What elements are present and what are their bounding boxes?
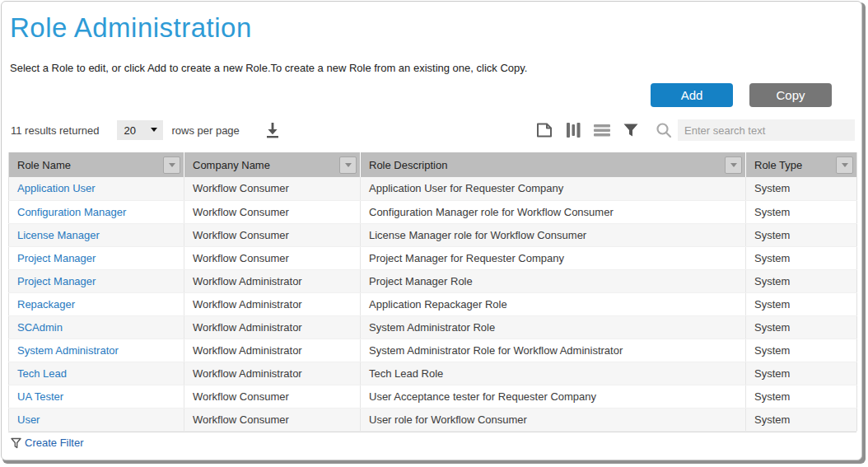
grid-toolbar: 11 results returned 20 rows per page <box>8 119 855 142</box>
columns-icon[interactable] <box>564 121 582 139</box>
role-type-cell: System <box>746 292 857 315</box>
company-name-cell: Workflow Consumer <box>184 408 361 431</box>
role-type-cell: System <box>746 223 857 246</box>
role-type-cell: System <box>746 200 857 223</box>
role-type-cell: System <box>746 246 857 269</box>
table-row: SCAdmin Workflow Administrator System Ad… <box>9 315 857 339</box>
create-filter-funnel-icon <box>11 437 21 449</box>
role-type-cell: System <box>746 339 857 362</box>
role-name-link[interactable]: Repackager <box>17 298 75 311</box>
rows-per-page-label: rows per page <box>171 124 239 137</box>
grid-footer: Create Filter <box>8 432 856 454</box>
table-row: Project Manager Workflow Administrator P… <box>9 269 857 292</box>
role-description-cell: Configuration Manager role for Workflow … <box>361 200 746 223</box>
role-name-link[interactable]: License Manager <box>17 229 100 241</box>
column-header-role-name[interactable]: Role Name <box>9 152 184 177</box>
company-name-cell: Workflow Consumer <box>184 385 361 408</box>
create-filter-link[interactable]: Create Filter <box>11 437 84 449</box>
role-name-link[interactable]: User <box>17 413 40 426</box>
rows-icon[interactable] <box>592 121 612 139</box>
add-button[interactable]: Add <box>651 83 733 107</box>
role-description-cell: Application Repackager Role <box>361 292 746 315</box>
column-header-role-type[interactable]: Role Type <box>746 152 857 177</box>
table-row: Application User Workflow Consumer Appli… <box>9 177 857 200</box>
role-name-link[interactable]: SCAdmin <box>17 321 63 334</box>
role-name-link[interactable]: Project Manager <box>17 252 96 264</box>
table-row: User Workflow Consumer User role for Wor… <box>9 408 857 431</box>
search-icon <box>655 121 673 139</box>
role-description-cell: Tech Lead Role <box>361 362 746 385</box>
table-row: Tech Lead Workflow Administrator Tech Le… <box>9 362 857 385</box>
role-administration-page: Role Administration Select a Role to edi… <box>1 1 862 460</box>
company-name-cell: Workflow Administrator <box>184 269 361 292</box>
company-name-cell: Workflow Consumer <box>184 177 361 200</box>
role-description-cell: Project Manager Role <box>361 269 746 292</box>
filter-icon[interactable] <box>622 121 640 139</box>
company-name-cell: Workflow Administrator <box>184 292 361 315</box>
role-description-cell: License Manager role for Workflow Consum… <box>361 223 746 246</box>
role-type-cell: System <box>746 385 857 408</box>
role-description-cell: Project Manager for Requester Company <box>361 246 746 269</box>
company-name-cell: Workflow Administrator <box>184 315 361 339</box>
table-row: UA Tester Workflow Consumer User Accepta… <box>9 385 857 408</box>
company-name-cell: Workflow Administrator <box>184 339 361 362</box>
search-input[interactable] <box>678 119 855 141</box>
role-name-link[interactable]: System Administrator <box>17 344 119 357</box>
table-row: License Manager Workflow Consumer Licens… <box>9 223 857 246</box>
search-box <box>655 119 855 141</box>
table-row: System Administrator Workflow Administra… <box>9 339 857 362</box>
company-name-cell: Workflow Consumer <box>184 200 361 223</box>
export-page-icon[interactable] <box>534 121 554 139</box>
column-header-role-description[interactable]: Role Description <box>361 152 746 177</box>
role-description-cell: System Administrator Role for Workflow A… <box>361 339 746 362</box>
column-filter-dropdown-icon[interactable] <box>836 156 853 174</box>
column-header-company-name[interactable]: Company Name <box>184 152 361 177</box>
column-filter-dropdown-icon[interactable] <box>163 156 180 174</box>
role-type-cell: System <box>746 315 857 339</box>
page-title: Role Administration <box>10 12 861 44</box>
roles-grid: Role Name Company Name Role Description … <box>8 152 855 432</box>
company-name-cell: Workflow Administrator <box>184 362 361 385</box>
company-name-cell: Workflow Consumer <box>184 223 361 246</box>
role-type-cell: System <box>746 408 857 431</box>
role-description-cell: User role for Workflow Consumer <box>361 408 746 431</box>
role-name-link[interactable]: UA Tester <box>17 390 63 403</box>
table-row: Repackager Workflow Administrator Applic… <box>9 292 857 315</box>
role-type-cell: System <box>746 177 857 200</box>
role-type-cell: System <box>746 362 857 385</box>
role-type-cell: System <box>746 269 857 292</box>
role-name-link[interactable]: Application User <box>17 182 96 194</box>
grid-header-row: Role Name Company Name Role Description … <box>9 152 857 177</box>
role-description-cell: Application User for Requester Company <box>361 177 746 200</box>
page-subtitle: Select a Role to edit, or click Add to c… <box>10 62 861 74</box>
rows-per-page-select[interactable]: 20 <box>117 120 163 140</box>
copy-button[interactable]: Copy <box>749 83 832 107</box>
role-description-cell: User Acceptance tester for Requester Com… <box>361 385 746 408</box>
role-description-cell: System Administrator Role <box>361 315 746 339</box>
column-filter-dropdown-icon[interactable] <box>339 156 357 174</box>
download-icon[interactable] <box>263 121 282 139</box>
action-buttons: Add Copy <box>2 83 832 107</box>
role-name-link[interactable]: Configuration Manager <box>17 206 126 218</box>
column-filter-dropdown-icon[interactable] <box>725 156 742 174</box>
rows-per-page-select-wrap: 20 <box>117 120 163 140</box>
role-name-link[interactable]: Tech Lead <box>17 367 67 380</box>
table-row: Project Manager Workflow Consumer Projec… <box>9 246 857 269</box>
company-name-cell: Workflow Consumer <box>184 246 361 269</box>
results-count-text: 11 results returned <box>11 124 99 137</box>
table-row: Configuration Manager Workflow Consumer … <box>9 200 857 223</box>
role-name-link[interactable]: Project Manager <box>17 275 96 287</box>
grid-view-tools <box>534 119 855 141</box>
